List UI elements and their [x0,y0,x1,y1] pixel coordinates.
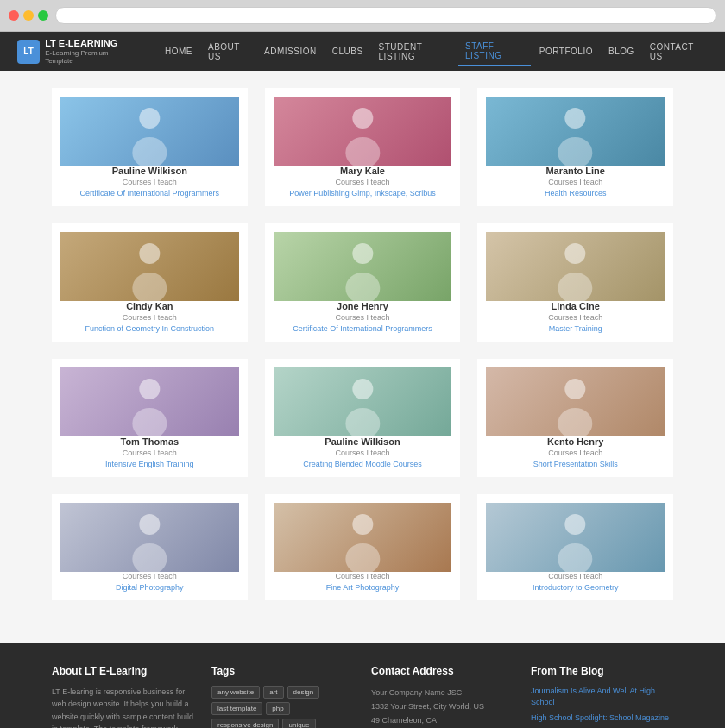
dot-yellow[interactable] [23,10,34,21]
staff-photo[interactable] [486,232,665,301]
nav-clubs[interactable]: CLUBS [325,42,370,60]
staff-courses: Courses I teach [274,572,452,581]
nav-student-listing[interactable]: STUDENT LISTING [372,38,457,66]
staff-name: Pauline Wilkison [274,436,452,447]
staff-card: Courses I teachDigital Photography [52,494,248,600]
staff-courses: Courses I teach [60,313,239,322]
svg-point-28 [139,514,160,535]
svg-point-10 [139,243,160,264]
nav-staff-listing[interactable]: STAFF LISTING [458,37,531,66]
blog-post-link[interactable]: Journalism Is Alive And Well At High Sch… [531,686,673,707]
staff-courses: Courses I teach [60,572,239,581]
contact-line: 1332 Your Street, City World, US [371,700,514,713]
tag[interactable]: design [287,686,320,699]
staff-photo[interactable] [274,367,452,436]
staff-specialty: Introductory to Geometry [486,583,665,592]
footer-contact-title: Contact Address [371,665,514,677]
staff-courses: Courses I teach [60,449,239,457]
staff-photo[interactable] [274,97,452,166]
svg-point-7 [565,108,586,129]
browser-address-bar[interactable] [55,7,716,24]
dot-green[interactable] [38,10,48,21]
nav-items: HOME ABOUT US ADMISSION CLUBS STUDENT LI… [158,37,708,66]
staff-name: Pauline Wilkison [60,166,239,176]
staff-card: Mary KaleCourses I teachPower Publishing… [265,88,461,206]
svg-point-19 [139,379,160,399]
svg-point-31 [352,514,373,535]
staff-name: Jone Henry [274,301,452,311]
staff-courses: Courses I teach [486,572,665,581]
staff-card: Pauline WilkisonCourses I teachCertifica… [52,88,248,206]
staff-specialty: Creating Blended Moodle Courses [274,460,452,468]
footer-about-text: LT E-learing is responsive business for … [52,686,194,728]
staff-specialty: Fine Art Photography [274,583,452,592]
staff-specialty: Certificate Of International Programmers [60,189,239,198]
staff-card: Pauline WilkisonCourses I teachCreating … [265,359,461,477]
svg-point-22 [352,379,373,399]
tag[interactable]: art [263,686,283,699]
staff-courses: Courses I teach [486,313,665,322]
staff-specialty: Certificate Of International Programmers [274,324,452,333]
logo-icon: LT [17,40,40,64]
blog-post-link[interactable]: High School Spotlight: School Magazine [531,712,673,724]
svg-point-34 [565,514,586,535]
staff-courses: Courses I teach [486,178,665,186]
staff-photo[interactable] [60,367,239,436]
nav-about[interactable]: ABOUT US [201,38,255,66]
nav-blog[interactable]: BLOG [602,42,641,60]
staff-photo[interactable] [60,232,239,301]
staff-courses: Courses I teach [60,178,239,186]
tag[interactable]: last template [211,702,262,715]
tag[interactable]: any website [211,686,260,699]
staff-photo[interactable] [486,367,665,436]
tags-container: any websiteartdesignlast templatephpresp… [211,686,354,728]
staff-specialty: Master Training [486,324,665,333]
contact-line: Your Company Name JSC [371,686,514,700]
tag[interactable]: responsive design [211,719,279,728]
staff-grid: Pauline WilkisonCourses I teachCertifica… [52,88,673,600]
svg-point-1 [139,108,160,129]
footer-blog: From The Blog Journalism Is Alive And We… [531,665,673,728]
logo-area: LT LT E-LEARNING E-Learning Premium Temp… [17,38,132,65]
staff-courses: Courses I teach [274,313,452,322]
logo-sub: E-Learning Premium Template [45,49,132,65]
staff-photo[interactable] [486,97,665,166]
staff-card: Linda CineCourses I teachMaster Training [477,223,673,342]
staff-specialty: Health Resources [486,189,665,198]
nav-admission[interactable]: ADMISSION [257,42,324,60]
footer-about: About LT E-Learing LT E-learing is respo… [52,665,194,728]
staff-card: Cindy KanCourses I teachFunction of Geom… [52,223,248,342]
staff-courses: Courses I teach [274,178,452,186]
staff-card: Courses I teachIntroductory to Geometry [477,494,673,600]
nav-portfolio[interactable]: PORTFOLIO [533,42,600,60]
svg-point-4 [352,108,373,129]
staff-card: Kento HenryCourses I teachShort Presenta… [477,359,673,477]
nav-home[interactable]: HOME [158,42,199,60]
staff-name: Linda Cine [486,301,665,311]
staff-specialty: Short Presentation Skills [486,460,665,468]
staff-name: Cindy Kan [60,301,239,311]
footer-tags-title: Tags [211,665,354,677]
staff-photo[interactable] [60,97,239,166]
tag[interactable]: php [266,702,289,715]
contact-line: 49 Chameleon, CA [371,713,514,727]
browser-chrome [0,0,725,32]
staff-specialty: Function of Geometry In Construction [60,324,239,333]
browser-dots [9,10,48,21]
staff-photo[interactable] [274,232,452,301]
staff-card: Courses I teachFine Art Photography [265,494,461,600]
staff-card: Jone HenryCourses I teachCertificate Of … [265,223,461,342]
staff-photo[interactable] [486,503,665,572]
staff-specialty: Intensive English Training [60,460,239,468]
dot-red[interactable] [9,10,19,21]
svg-point-16 [565,243,586,264]
staff-name: Kento Henry [486,436,665,447]
tag[interactable]: unique [282,719,315,728]
staff-courses: Courses I teach [274,449,452,457]
footer: About LT E-Learing LT E-learing is respo… [0,643,725,728]
staff-photo[interactable] [274,503,452,572]
footer-blog-title: From The Blog [531,665,673,677]
nav-contact[interactable]: CONTACT US [643,38,708,66]
staff-courses: Courses I teach [486,449,665,457]
staff-photo[interactable] [60,503,239,572]
